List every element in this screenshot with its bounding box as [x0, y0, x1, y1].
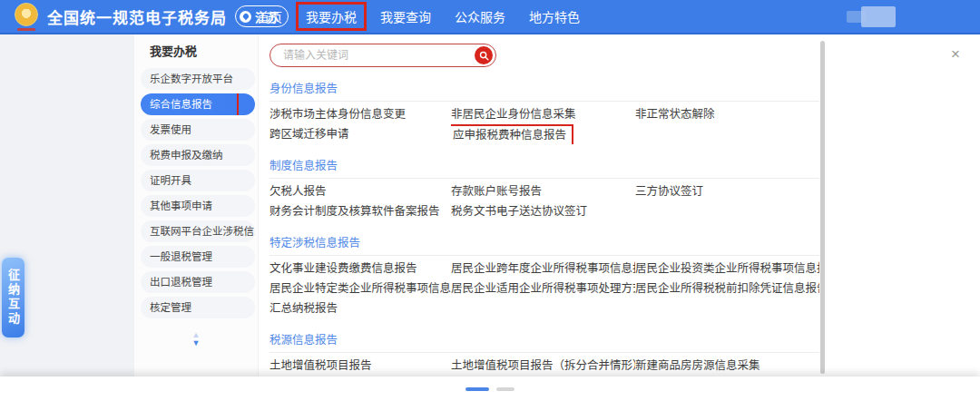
- sidebar-item-leqi-platform[interactable]: 乐企数字开放平台: [141, 68, 255, 90]
- sidebar-item-internet-platform-report[interactable]: 互联网平台企业涉税信息报送: [141, 220, 255, 242]
- search-button[interactable]: [475, 46, 493, 64]
- top-header: 全国统一规范电子税务局 江苏 首页 我要办税 我要查询 公众服务 地方特色: [0, 0, 980, 34]
- services-panel: × 身份信息报告 涉税市场主体身份信息变更 非居民企业身份信息采集 非正常状态解…: [259, 33, 980, 377]
- carousel-bar: [0, 377, 980, 401]
- nav-local-features[interactable]: 地方特色: [529, 7, 580, 25]
- section-links: 涉税市场主体身份信息变更 非居民企业身份信息采集 非正常状态解除 跨区域迁移申请…: [270, 102, 819, 144]
- tax-interaction-tab[interactable]: 征纳互动: [2, 258, 24, 337]
- top-navigation: 首页 我要办税 我要查询 公众服务 地方特色: [257, 0, 580, 33]
- sidebar-item-comprehensive-info-report[interactable]: 综合信息报告: [141, 93, 255, 115]
- close-icon[interactable]: ×: [951, 46, 960, 62]
- nav-i-want-to-do-tax[interactable]: 我要办税: [296, 2, 367, 31]
- sidebar-item-other-matters[interactable]: 其他事项申请: [141, 195, 255, 217]
- section-system-info-report: 制度信息报告 欠税人报告 存款账户账号报告 三方协议签订 财务会计制度及核算软件…: [270, 156, 819, 221]
- service-link[interactable]: 居民企业适用企业所得税事项处理方式信息报...: [451, 279, 635, 298]
- sidebar-item-invoice-use[interactable]: 发票使用: [141, 119, 255, 141]
- service-link[interactable]: 文化事业建设费缴费信息报告: [270, 259, 451, 279]
- sidebar-scroll-arrows: ▲ ▼: [134, 331, 258, 347]
- section-links: 文化事业建设费缴费信息报告 居民企业跨年度企业所得税事项信息报告 居民企业投资类…: [270, 256, 819, 318]
- section-title: 制度信息报告: [270, 156, 819, 179]
- section-title: 特定涉税信息报告: [270, 233, 819, 256]
- service-link[interactable]: 居民企业特定类企业所得税事项信息报告: [270, 279, 451, 298]
- service-link[interactable]: 非居民企业身份信息采集: [451, 104, 635, 124]
- carousel-indicator-active[interactable]: [466, 387, 489, 391]
- carousel-indicator[interactable]: [496, 387, 514, 391]
- service-link[interactable]: 存款账户账号报告: [451, 181, 635, 201]
- service-link-annotated[interactable]: 应申报税费种信息报告: [451, 124, 635, 144]
- section-identity-info-report: 身份信息报告 涉税市场主体身份信息变更 非居民企业身份信息采集 非正常状态解除 …: [270, 79, 819, 144]
- service-link[interactable]: 新建商品房房源信息采集: [635, 356, 819, 376]
- location-pin-icon: [240, 11, 251, 23]
- search-icon: [479, 51, 489, 61]
- annotation-box: 应申报税费种信息报告: [451, 124, 573, 144]
- sidebar-item-assessment-management[interactable]: 核定管理: [141, 297, 255, 318]
- service-link[interactable]: 居民企业跨年度企业所得税事项信息报告: [451, 259, 635, 279]
- service-link[interactable]: 居民企业所得税税前扣除凭证信息报告: [635, 279, 819, 298]
- nav-public-services[interactable]: 公众服务: [455, 7, 505, 25]
- logo-wrap: [15, 3, 39, 30]
- app-title: 全国统一规范电子税务局: [47, 5, 227, 28]
- search-input[interactable]: [281, 48, 475, 63]
- logo-caption: [17, 28, 35, 31]
- sidebar-item-tax-declaration-payment[interactable]: 税费申报及缴纳: [141, 144, 255, 166]
- service-link[interactable]: 汇总纳税报告: [270, 298, 451, 318]
- service-link[interactable]: 居民企业投资类企业所得税事项信息报告: [635, 259, 819, 279]
- nav-i-want-to-query[interactable]: 我要查询: [380, 7, 431, 25]
- section-title: 身份信息报告: [270, 79, 819, 102]
- sidebar-item-label: 综合信息报告: [150, 99, 212, 110]
- service-link[interactable]: 土地增值税项目报告: [270, 356, 451, 376]
- panel-content: 身份信息报告 涉税市场主体身份信息变更 非居民企业身份信息采集 非正常状态解除 …: [259, 33, 819, 396]
- service-link[interactable]: 土地增值税项目报告（拆分合并情形）: [451, 356, 635, 376]
- section-title: 税源信息报告: [270, 330, 819, 353]
- brand-area: 全国统一规范电子税务局 江苏: [15, 0, 289, 33]
- service-link[interactable]: 涉税市场主体身份信息变更: [270, 104, 451, 124]
- service-link[interactable]: 非正常状态解除: [635, 104, 819, 124]
- panel-scrollbar[interactable]: [820, 41, 825, 374]
- tax-emblem-logo-icon: [15, 3, 38, 26]
- nav-home[interactable]: 首页: [257, 7, 282, 25]
- service-link[interactable]: 跨区域迁移申请: [270, 124, 451, 144]
- section-links: 欠税人报告 存款账户账号报告 三方协议签订 财务会计制度及核算软件备案报告 税务…: [270, 179, 819, 221]
- sidebar-item-export-refund[interactable]: 出口退税管理: [141, 271, 255, 293]
- service-link[interactable]: 三方协议签订: [635, 181, 819, 201]
- user-info-redacted: [847, 6, 896, 27]
- sidebar-item-certificate-issue[interactable]: 证明开具: [141, 170, 255, 191]
- service-link[interactable]: 欠税人报告: [270, 181, 451, 201]
- search-input-wrapper: [270, 44, 496, 67]
- service-link[interactable]: 税务文书电子送达协议签订: [451, 201, 635, 221]
- sidebar-menu: 我要办税 乐企数字开放平台 综合信息报告 发票使用 税费申报及缴纳 证明开具 其…: [134, 33, 259, 377]
- sidebar-title: 我要办税: [150, 42, 258, 59]
- sidebar-item-general-refund[interactable]: 一般退税管理: [141, 246, 255, 268]
- section-specific-tax-info-report: 特定涉税信息报告 文化事业建设费缴费信息报告 居民企业跨年度企业所得税事项信息报…: [270, 233, 819, 318]
- app-window: 全国统一规范电子税务局 江苏 首页 我要办税 我要查询 公众服务 地方特色 我要…: [0, 0, 980, 401]
- scroll-down-icon[interactable]: ▼: [134, 339, 258, 347]
- service-link[interactable]: 财务会计制度及核算软件备案报告: [270, 201, 451, 221]
